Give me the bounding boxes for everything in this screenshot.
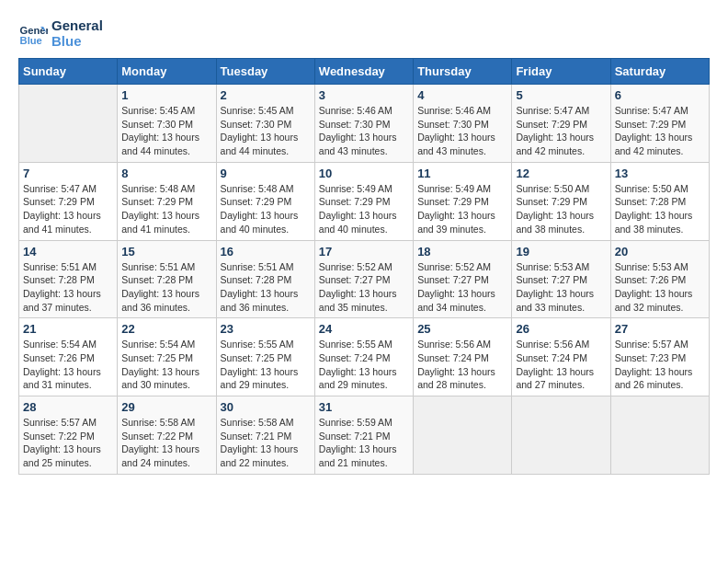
svg-text:Blue: Blue — [20, 35, 42, 46]
day-number: 25 — [417, 322, 507, 336]
day-info: Sunrise: 5:54 AMSunset: 7:25 PMDaylight:… — [121, 338, 211, 392]
calendar-cell: 3Sunrise: 5:46 AMSunset: 7:30 PMDaylight… — [314, 85, 413, 163]
page-header: General Blue General Blue — [18, 18, 710, 49]
day-info: Sunrise: 5:57 AMSunset: 7:22 PMDaylight:… — [23, 416, 113, 470]
day-number: 12 — [516, 167, 606, 180]
calendar-cell: 21Sunrise: 5:54 AMSunset: 7:26 PMDayligh… — [19, 318, 118, 396]
day-number: 28 — [23, 400, 113, 414]
calendar-cell: 30Sunrise: 5:58 AMSunset: 7:21 PMDayligh… — [216, 396, 314, 475]
calendar-cell — [512, 396, 610, 475]
calendar-week-row: 28Sunrise: 5:57 AMSunset: 7:22 PMDayligh… — [19, 396, 710, 475]
calendar-week-row: 14Sunrise: 5:51 AMSunset: 7:28 PMDayligh… — [19, 240, 710, 318]
calendar-cell: 11Sunrise: 5:49 AMSunset: 7:29 PMDayligh… — [414, 162, 512, 240]
calendar-week-row: 21Sunrise: 5:54 AMSunset: 7:26 PMDayligh… — [19, 318, 710, 396]
weekday-header-sunday: Sunday — [19, 59, 118, 85]
calendar-cell: 6Sunrise: 5:47 AMSunset: 7:29 PMDaylight… — [610, 85, 709, 163]
day-info: Sunrise: 5:55 AMSunset: 7:25 PMDaylight:… — [221, 338, 311, 392]
weekday-header-thursday: Thursday — [414, 59, 512, 85]
day-number: 15 — [121, 245, 211, 259]
day-number: 7 — [23, 167, 113, 180]
day-info: Sunrise: 5:45 AMSunset: 7:30 PMDaylight:… — [221, 104, 311, 158]
weekday-header-friday: Friday — [512, 59, 610, 85]
day-info: Sunrise: 5:58 AMSunset: 7:21 PMDaylight:… — [221, 416, 311, 470]
day-info: Sunrise: 5:49 AMSunset: 7:29 PMDaylight:… — [417, 182, 507, 236]
day-info: Sunrise: 5:52 AMSunset: 7:27 PMDaylight:… — [417, 260, 507, 315]
day-info: Sunrise: 5:57 AMSunset: 7:23 PMDaylight:… — [615, 338, 705, 392]
day-info: Sunrise: 5:51 AMSunset: 7:28 PMDaylight:… — [121, 260, 211, 315]
day-number: 1 — [121, 88, 211, 102]
day-number: 19 — [516, 245, 606, 259]
calendar-cell: 7Sunrise: 5:47 AMSunset: 7:29 PMDaylight… — [19, 162, 118, 240]
calendar-cell: 8Sunrise: 5:48 AMSunset: 7:29 PMDaylight… — [118, 162, 216, 240]
logo-text-general: General — [51, 18, 103, 34]
day-number: 2 — [221, 88, 311, 102]
day-info: Sunrise: 5:46 AMSunset: 7:30 PMDaylight:… — [319, 104, 409, 158]
day-info: Sunrise: 5:45 AMSunset: 7:30 PMDaylight:… — [121, 104, 211, 158]
day-number: 5 — [516, 88, 606, 102]
calendar-cell: 16Sunrise: 5:51 AMSunset: 7:28 PMDayligh… — [216, 240, 314, 318]
calendar-week-row: 7Sunrise: 5:47 AMSunset: 7:29 PMDaylight… — [19, 162, 710, 240]
calendar-cell: 2Sunrise: 5:45 AMSunset: 7:30 PMDaylight… — [216, 85, 314, 163]
day-number: 20 — [615, 245, 705, 259]
calendar-cell: 15Sunrise: 5:51 AMSunset: 7:28 PMDayligh… — [118, 240, 216, 318]
calendar-cell: 1Sunrise: 5:45 AMSunset: 7:30 PMDaylight… — [118, 85, 216, 163]
calendar-cell: 5Sunrise: 5:47 AMSunset: 7:29 PMDaylight… — [512, 85, 610, 163]
day-info: Sunrise: 5:47 AMSunset: 7:29 PMDaylight:… — [23, 182, 113, 236]
calendar-cell: 20Sunrise: 5:53 AMSunset: 7:26 PMDayligh… — [610, 240, 709, 318]
day-info: Sunrise: 5:48 AMSunset: 7:29 PMDaylight:… — [221, 182, 311, 236]
day-info: Sunrise: 5:48 AMSunset: 7:29 PMDaylight:… — [121, 182, 211, 236]
day-info: Sunrise: 5:47 AMSunset: 7:29 PMDaylight:… — [516, 104, 606, 158]
calendar-cell: 14Sunrise: 5:51 AMSunset: 7:28 PMDayligh… — [19, 240, 118, 318]
day-number: 22 — [121, 322, 211, 336]
day-number: 23 — [221, 322, 311, 336]
day-info: Sunrise: 5:51 AMSunset: 7:28 PMDaylight:… — [23, 260, 113, 315]
logo: General Blue General Blue — [18, 18, 103, 49]
calendar-cell: 24Sunrise: 5:55 AMSunset: 7:24 PMDayligh… — [314, 318, 413, 396]
day-info: Sunrise: 5:53 AMSunset: 7:27 PMDaylight:… — [516, 260, 606, 315]
day-info: Sunrise: 5:55 AMSunset: 7:24 PMDaylight:… — [319, 338, 409, 392]
weekday-header-tuesday: Tuesday — [216, 59, 314, 85]
day-number: 31 — [319, 400, 409, 414]
day-number: 17 — [319, 245, 409, 259]
calendar-cell: 12Sunrise: 5:50 AMSunset: 7:29 PMDayligh… — [512, 162, 610, 240]
calendar-cell: 18Sunrise: 5:52 AMSunset: 7:27 PMDayligh… — [414, 240, 512, 318]
calendar-cell: 17Sunrise: 5:52 AMSunset: 7:27 PMDayligh… — [314, 240, 413, 318]
day-number: 27 — [615, 322, 705, 336]
calendar-cell: 28Sunrise: 5:57 AMSunset: 7:22 PMDayligh… — [19, 396, 118, 475]
calendar-cell: 23Sunrise: 5:55 AMSunset: 7:25 PMDayligh… — [216, 318, 314, 396]
day-info: Sunrise: 5:54 AMSunset: 7:26 PMDaylight:… — [23, 338, 113, 392]
day-info: Sunrise: 5:56 AMSunset: 7:24 PMDaylight:… — [516, 338, 606, 392]
day-number: 16 — [221, 245, 311, 259]
day-number: 26 — [516, 322, 606, 336]
day-number: 30 — [221, 400, 311, 414]
day-number: 14 — [23, 245, 113, 259]
weekday-header-wednesday: Wednesday — [314, 59, 413, 85]
logo-text-blue: Blue — [51, 34, 103, 50]
weekday-header-row: SundayMondayTuesdayWednesdayThursdayFrid… — [19, 59, 710, 85]
day-info: Sunrise: 5:46 AMSunset: 7:30 PMDaylight:… — [417, 104, 507, 158]
day-number: 24 — [319, 322, 409, 336]
calendar-table: SundayMondayTuesdayWednesdayThursdayFrid… — [18, 58, 710, 475]
day-number: 13 — [615, 167, 705, 180]
calendar-cell: 4Sunrise: 5:46 AMSunset: 7:30 PMDaylight… — [414, 85, 512, 163]
day-number: 29 — [121, 400, 211, 414]
day-number: 6 — [615, 88, 705, 102]
logo-icon: General Blue — [18, 19, 48, 49]
day-number: 10 — [319, 167, 409, 180]
calendar-cell: 10Sunrise: 5:49 AMSunset: 7:29 PMDayligh… — [314, 162, 413, 240]
calendar-cell: 13Sunrise: 5:50 AMSunset: 7:28 PMDayligh… — [610, 162, 709, 240]
calendar-cell: 26Sunrise: 5:56 AMSunset: 7:24 PMDayligh… — [512, 318, 610, 396]
calendar-cell — [610, 396, 709, 475]
day-info: Sunrise: 5:49 AMSunset: 7:29 PMDaylight:… — [319, 182, 409, 236]
day-info: Sunrise: 5:52 AMSunset: 7:27 PMDaylight:… — [319, 260, 409, 315]
day-number: 18 — [417, 245, 507, 259]
day-number: 11 — [417, 167, 507, 180]
weekday-header-monday: Monday — [118, 59, 216, 85]
calendar-cell — [414, 396, 512, 475]
day-info: Sunrise: 5:59 AMSunset: 7:21 PMDaylight:… — [319, 416, 409, 470]
day-number: 8 — [121, 167, 211, 180]
calendar-cell: 19Sunrise: 5:53 AMSunset: 7:27 PMDayligh… — [512, 240, 610, 318]
day-info: Sunrise: 5:47 AMSunset: 7:29 PMDaylight:… — [615, 104, 705, 158]
calendar-week-row: 1Sunrise: 5:45 AMSunset: 7:30 PMDaylight… — [19, 85, 710, 163]
weekday-header-saturday: Saturday — [610, 59, 709, 85]
